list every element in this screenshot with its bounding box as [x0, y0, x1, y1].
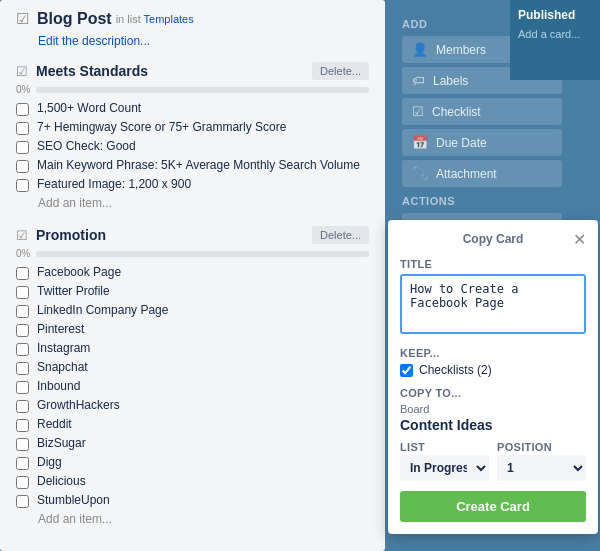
checklist-header-1: ☑ Meets Standards Delete...: [16, 62, 369, 80]
popup-close-button[interactable]: ✕: [573, 230, 586, 249]
due-date-icon: 📅: [412, 135, 428, 150]
attachment-icon: 📎: [412, 166, 428, 181]
keep-checklists-label: Checklists (2): [419, 363, 492, 377]
card-modal-header: ☑ Blog Post in list Templates: [16, 10, 369, 28]
card-modal: ☑ Blog Post in list Templates Edit the d…: [0, 0, 385, 551]
members-label: Members: [436, 43, 486, 57]
list-item: Featured Image: 1,200 x 900: [16, 177, 369, 192]
checklist-checkbox[interactable]: [16, 400, 29, 413]
actions-section-title: Actions: [402, 195, 588, 207]
copy-to-label: Copy to...: [400, 387, 586, 399]
list-item: Reddit: [16, 417, 369, 432]
checklist-checkbox[interactable]: [16, 419, 29, 432]
delete-checklist-2-button[interactable]: Delete...: [312, 226, 369, 244]
checklist-item-label: Digg: [37, 455, 62, 469]
create-card-button[interactable]: Create Card: [400, 491, 586, 522]
checklist-button[interactable]: ☑ Checklist: [402, 98, 562, 125]
list-item: SEO Check: Good: [16, 139, 369, 154]
checklist-item-label: 1,500+ Word Count: [37, 101, 141, 115]
checklist-checkbox[interactable]: [16, 267, 29, 280]
checklist-item-label: StumbleUpon: [37, 493, 110, 507]
checklist-checkbox[interactable]: [16, 476, 29, 489]
checklist-item-label: Delicious: [37, 474, 86, 488]
card-subtitle: in list Templates: [116, 13, 194, 25]
list-item: GrowthHackers: [16, 398, 369, 413]
list-select[interactable]: In Progress: [400, 455, 489, 481]
keep-label: Keep...: [400, 347, 586, 359]
progress-row-2: 0%: [16, 248, 369, 259]
copy-card-title-input[interactable]: How to Create a Facebook Page: [400, 274, 586, 334]
members-icon: 👤: [412, 42, 428, 57]
published-column: Published Add a card...: [510, 0, 600, 80]
list-item: LinkedIn Company Page: [16, 303, 369, 318]
checklist-promotion: ☑ Promotion Delete... 0% Facebook Page T…: [16, 226, 369, 526]
checklist-items-1: 1,500+ Word Count 7+ Hemingway Score or …: [16, 101, 369, 192]
checklist-item-label: GrowthHackers: [37, 398, 120, 412]
checklist-item-label: Instagram: [37, 341, 90, 355]
edit-description-link[interactable]: Edit the description...: [16, 34, 369, 48]
list-item: Twitter Profile: [16, 284, 369, 299]
checklist-title-row-1: ☑ Meets Standards: [16, 63, 148, 79]
list-item: Instagram: [16, 341, 369, 356]
due-date-button[interactable]: 📅 Due Date: [402, 129, 562, 156]
checklist-checkbox[interactable]: [16, 160, 29, 173]
checklist-checkbox[interactable]: [16, 141, 29, 154]
add-item-link-2[interactable]: Add an item...: [16, 512, 369, 526]
checklist-item-label: 7+ Hemingway Score or 75+ Grammarly Scor…: [37, 120, 286, 134]
checklist-checkbox[interactable]: [16, 286, 29, 299]
list-item: StumbleUpon: [16, 493, 369, 508]
checklist-label: Checklist: [432, 105, 481, 119]
checklist-checkbox[interactable]: [16, 179, 29, 192]
checklist-checkbox[interactable]: [16, 324, 29, 337]
delete-checklist-1-button[interactable]: Delete...: [312, 62, 369, 80]
list-item: Facebook Page: [16, 265, 369, 280]
title-field-label: Title: [400, 258, 586, 270]
list-link[interactable]: Templates: [144, 13, 194, 25]
checklist-item-label: Main Keyword Phrase: 5K+ Average Monthly…: [37, 158, 360, 172]
checklist-checkbox[interactable]: [16, 438, 29, 451]
list-item: BizSugar: [16, 436, 369, 451]
checklist-icon-1: ☑: [16, 64, 28, 79]
attachment-button[interactable]: 📎 Attachment: [402, 160, 562, 187]
progress-bar-bg-1: [36, 87, 369, 93]
checklist-checkbox[interactable]: [16, 122, 29, 135]
keep-checklists-checkbox[interactable]: [400, 364, 413, 377]
checklist-meets-standards: ☑ Meets Standards Delete... 0% 1,500+ Wo…: [16, 62, 369, 210]
labels-icon: 🏷: [412, 73, 425, 88]
checklist-item-label: Inbound: [37, 379, 80, 393]
labels-label: Labels: [433, 74, 468, 88]
checklist-icon: ☑: [412, 104, 424, 119]
list-position-row: List In Progress Position 1: [400, 441, 586, 481]
list-item: 1,500+ Word Count: [16, 101, 369, 116]
attachment-label: Attachment: [436, 167, 497, 181]
checklist-checkbox[interactable]: [16, 381, 29, 394]
checklist-item-label: SEO Check: Good: [37, 139, 136, 153]
checklist-checkbox[interactable]: [16, 457, 29, 470]
copy-to-section: Copy to... Board Content Ideas: [400, 387, 586, 433]
checklist-checkbox[interactable]: [16, 362, 29, 375]
checklist-item-label: BizSugar: [37, 436, 86, 450]
checklist-title-row-2: ☑ Promotion: [16, 227, 106, 243]
checklist-checkbox[interactable]: [16, 103, 29, 116]
list-item: Pinterest: [16, 322, 369, 337]
progress-row-1: 0%: [16, 84, 369, 95]
keep-row: Checklists (2): [400, 363, 586, 377]
due-date-label: Due Date: [436, 136, 487, 150]
copy-card-popup: Copy Card ✕ Title How to Create a Facebo…: [388, 220, 598, 534]
list-item: Snapchat: [16, 360, 369, 375]
add-card-link[interactable]: Add a card...: [518, 28, 592, 40]
list-field: List In Progress: [400, 441, 489, 481]
position-select[interactable]: 1: [497, 455, 586, 481]
card-title: Blog Post: [37, 10, 112, 28]
board-name: Content Ideas: [400, 417, 586, 433]
checklist-checkbox[interactable]: [16, 495, 29, 508]
checklist-checkbox[interactable]: [16, 343, 29, 356]
add-item-link-1[interactable]: Add an item...: [16, 196, 369, 210]
checklist-checkbox[interactable]: [16, 305, 29, 318]
progress-bar-bg-2: [36, 251, 369, 257]
checklist-header-2: ☑ Promotion Delete...: [16, 226, 369, 244]
checklist-item-label: Featured Image: 1,200 x 900: [37, 177, 191, 191]
list-item: Delicious: [16, 474, 369, 489]
checklist-item-label: Twitter Profile: [37, 284, 110, 298]
popup-header: Copy Card ✕: [400, 232, 586, 246]
